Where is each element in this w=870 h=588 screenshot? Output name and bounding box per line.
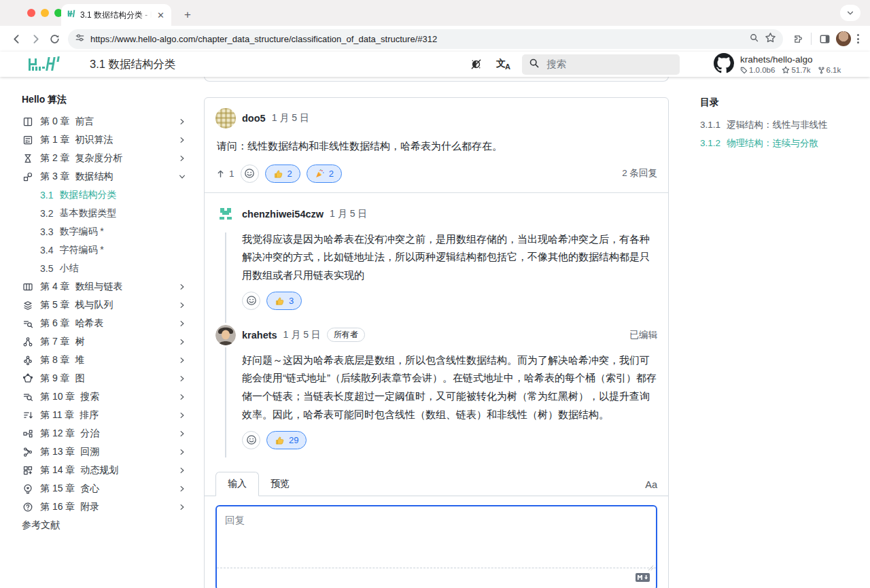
- github-logo-icon: [714, 53, 734, 76]
- hello-algo-logo[interactable]: [24, 56, 67, 73]
- comment-date[interactable]: 1 月 5 日: [330, 208, 367, 220]
- text-size-icon[interactable]: Aa: [645, 479, 657, 496]
- sidebar-item-3-5[interactable]: 3.5 小结: [22, 259, 186, 277]
- sidebar-item-chapter-13[interactable]: 第 13 章 回溯: [22, 443, 186, 461]
- browser-tab[interactable]: 3.1 数据结构分类 - Hello 算法 ✕: [61, 4, 171, 26]
- search-input[interactable]: 搜索: [522, 54, 680, 75]
- heap-icon: [22, 355, 34, 366]
- avatar[interactable]: [215, 204, 236, 224]
- minimize-window-button[interactable]: [41, 9, 49, 17]
- sidebar-item-references[interactable]: 参考文献: [22, 516, 186, 534]
- bookmark-star-icon[interactable]: [765, 32, 776, 46]
- reaction-party[interactable]: 2: [307, 165, 342, 183]
- sidebar-item-chapter-2[interactable]: 第 2 章 复杂度分析: [22, 149, 186, 167]
- tab-close-icon[interactable]: ✕: [156, 10, 166, 20]
- reply-comment: krahets 1 月 5 日 所有者 已编辑 好问题～这因为哈希表底层是数组，…: [215, 325, 657, 449]
- sidebar-item-chapter-9[interactable]: 第 9 章 图: [22, 369, 186, 387]
- chevron-right-icon: [178, 154, 186, 162]
- avatar[interactable]: [215, 325, 236, 345]
- add-reaction-button[interactable]: [242, 292, 260, 310]
- url-text[interactable]: https://www.hello-algo.com/chapter_data_…: [90, 34, 744, 44]
- sidebar-item-chapter-14[interactable]: 第 14 章 动态规划: [22, 461, 186, 479]
- markdown-icon: [636, 572, 650, 585]
- menu-kebab-icon[interactable]: [853, 34, 863, 44]
- sidebar-item-chapter-5[interactable]: 第 5 章 栈与队列: [22, 296, 186, 314]
- github-repo-link[interactable]: krahets/hello-algo 1.0.0b6 51.7k 6.1k: [714, 53, 856, 76]
- profile-avatar[interactable]: [834, 29, 853, 48]
- side-panel-icon[interactable]: [815, 29, 834, 48]
- sidebar-nav: Hello 算法 第 0 章 前言 第 1 章 初识算法 第 2 章 复杂度分析…: [22, 94, 186, 534]
- close-window-button[interactable]: [27, 9, 35, 17]
- avatar[interactable]: [215, 108, 236, 128]
- comment-date[interactable]: 1 月 5 日: [272, 112, 309, 124]
- owner-badge: 所有者: [327, 328, 365, 342]
- sidebar-item-3-4[interactable]: 3.4 字符编码 *: [22, 241, 186, 259]
- tab-preview[interactable]: 预览: [259, 472, 301, 496]
- tree-icon: [22, 336, 34, 347]
- address-bar[interactable]: https://www.hello-algo.com/chapter_data_…: [68, 29, 783, 49]
- sidebar-item-chapter-15[interactable]: 第 15 章 贪心: [22, 479, 186, 498]
- upvote-count: 1: [229, 169, 234, 179]
- sidebar-item-chapter-4[interactable]: 第 4 章 数组与链表: [22, 277, 186, 296]
- extensions-icon[interactable]: [788, 29, 807, 48]
- divide-icon: [22, 428, 34, 439]
- reload-button[interactable]: [45, 29, 64, 48]
- comment-author[interactable]: krahets: [242, 330, 277, 341]
- sidebar-item-chapter-6[interactable]: 第 6 章 哈希表: [22, 314, 186, 332]
- upvote-button[interactable]: 1: [215, 169, 234, 179]
- avatar: [836, 31, 851, 46]
- translate-icon[interactable]: 文A: [489, 58, 517, 71]
- resize-handle-icon[interactable]: [648, 561, 654, 574]
- add-reaction-button[interactable]: [241, 165, 259, 183]
- comment-body: 好问题～这因为哈希表底层是数组，所以包含线性数据结构。而为了解决哈希冲突，我们可…: [242, 351, 657, 424]
- sidebar-item-chapter-16[interactable]: 第 16 章 附录: [22, 498, 186, 516]
- chevron-down-icon: [178, 173, 186, 181]
- tag-icon: [740, 67, 748, 74]
- repo-name: krahets/hello-algo: [740, 54, 841, 65]
- sidebar-item-chapter-7[interactable]: 第 7 章 树: [22, 332, 186, 351]
- thumbs-up-emoji-icon: [275, 435, 285, 445]
- sidebar-item-chapter-1[interactable]: 第 1 章 初识算法: [22, 131, 186, 149]
- chevron-right-icon: [178, 411, 186, 419]
- reply-textarea[interactable]: [217, 506, 656, 568]
- comment-author[interactable]: doo5: [242, 113, 266, 124]
- back-button[interactable]: [7, 29, 26, 48]
- add-reaction-button[interactable]: [242, 431, 260, 449]
- zoom-page-icon[interactable]: [749, 33, 759, 46]
- site-info-icon[interactable]: [75, 33, 85, 46]
- tab-search-button[interactable]: [840, 5, 860, 21]
- chevron-right-icon: [178, 319, 186, 328]
- comments-section: doo5 1 月 5 日 请问：线性数据结构和非线性数据结构，哈希表为什么都存在…: [204, 73, 669, 588]
- sidebar-item-chapter-12[interactable]: 第 12 章 分治: [22, 424, 186, 443]
- hash-search-icon: [22, 318, 34, 329]
- window-controls: [27, 9, 63, 17]
- tab-title: 3.1 数据结构分类 - Hello 算法: [80, 10, 152, 21]
- tab-write[interactable]: 输入: [215, 472, 259, 496]
- chevron-right-icon: [178, 430, 186, 438]
- comment-author[interactable]: chenzhiwei54czw: [242, 209, 324, 220]
- hourglass-icon: [22, 153, 34, 164]
- reaction-thumbs-up[interactable]: 3: [266, 292, 302, 310]
- toc-item-3-1-1[interactable]: 3.1.1 逻辑结构：线性与非线性: [700, 116, 860, 134]
- sidebar-item-chapter-10[interactable]: 第 10 章 搜索: [22, 387, 186, 406]
- toc-item-3-1-2[interactable]: 3.1.2 物理结构：连续与分散: [700, 134, 860, 152]
- forward-button[interactable]: [26, 29, 45, 48]
- sidebar-item-chapter-0[interactable]: 第 0 章 前言: [22, 112, 186, 131]
- sidebar-item-3-3[interactable]: 3.3 数字编码 *: [22, 222, 186, 241]
- comment-date[interactable]: 1 月 5 日: [283, 329, 321, 341]
- site-header: 3.1 数据结构分类 文A 搜索 krahets/hello-algo 1.0.…: [0, 52, 870, 77]
- chevron-down-icon: [846, 9, 854, 17]
- greedy-icon: [22, 483, 34, 494]
- new-tab-button[interactable]: +: [178, 5, 197, 24]
- replies-count: 2 条回复: [622, 167, 657, 179]
- sidebar-item-chapter-8[interactable]: 第 8 章 堆: [22, 351, 186, 369]
- browser-toolbar: https://www.hello-algo.com/chapter_data_…: [0, 26, 870, 52]
- repo-stats: 1.0.0b6 51.7k 6.1k: [740, 66, 841, 74]
- reaction-thumbs-up[interactable]: 29: [266, 431, 307, 449]
- sidebar-item-3-1[interactable]: 3.1 数据结构分类: [22, 186, 186, 204]
- sidebar-item-3-2[interactable]: 3.2 基本数据类型: [22, 204, 186, 222]
- sidebar-item-chapter-11[interactable]: 第 11 章 排序: [22, 406, 186, 424]
- reaction-thumbs-up[interactable]: 2: [265, 165, 300, 183]
- sidebar-item-chapter-3[interactable]: 第 3 章 数据结构: [22, 167, 186, 186]
- theme-toggle-icon[interactable]: [462, 58, 489, 71]
